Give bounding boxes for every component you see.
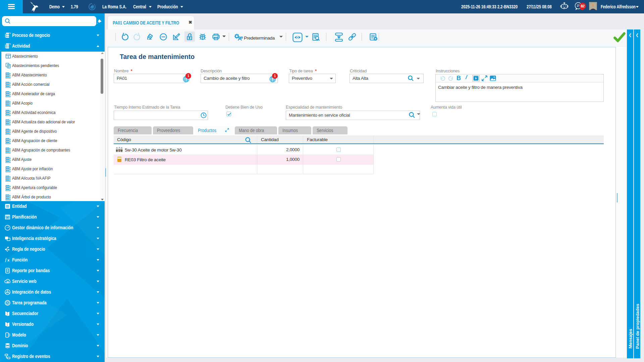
svg-text:ƒ: ƒ [5,257,7,262]
svg-text:x: x [7,258,10,262]
